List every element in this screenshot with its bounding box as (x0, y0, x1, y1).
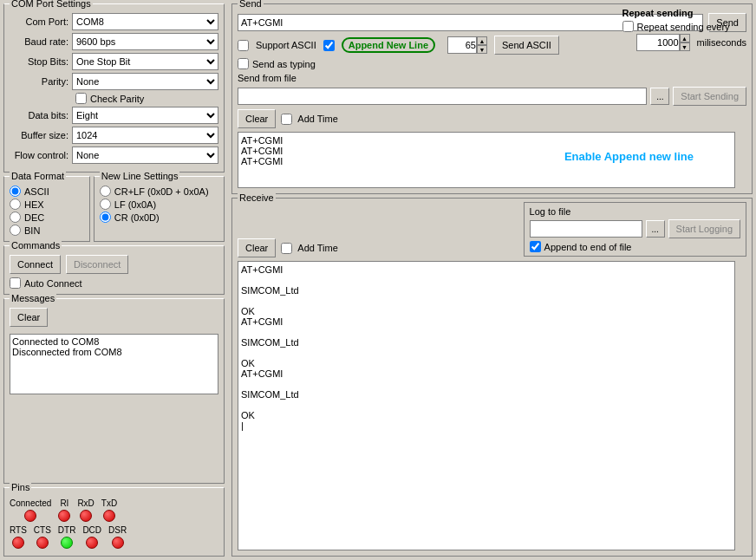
repeat-every-label: Repeat sending every (637, 22, 730, 32)
dec-label: DEC (24, 212, 44, 223)
auto-connect-label: Auto Connect (24, 278, 82, 289)
disconnect-button[interactable]: Disconnect (66, 255, 128, 274)
pin-connected-label: Connected (10, 498, 51, 508)
pin-ri-led (58, 510, 70, 522)
com-port-select[interactable]: COM8 (72, 13, 218, 30)
recv-line-15: OK (241, 410, 743, 420)
receive-add-time-checkbox[interactable] (281, 243, 292, 254)
check-parity-label: Check Parity (90, 94, 144, 104)
message-line-1: Connected to COM8 (12, 336, 216, 347)
repeat-sending-group: Repeat sending Repeat sending every ▲ ▼ … (622, 8, 746, 51)
messages-title: Messages (10, 293, 56, 303)
pin-cts-led (36, 537, 49, 549)
recv-line-1: AT+CGMI (241, 264, 743, 275)
recv-line-4 (241, 296, 743, 306)
baud-rate-select[interactable]: 9600 bps (72, 33, 218, 50)
send-scrollbar[interactable] (734, 132, 746, 188)
send-clear-button[interactable]: Clear (238, 109, 276, 128)
pin-rxd-led (80, 510, 92, 522)
recv-line-16: | (241, 420, 743, 431)
data-bits-label: Data bits: (10, 110, 72, 120)
pin-rxd-label: RxD (77, 498, 94, 508)
send-add-time-label: Add Time (297, 114, 337, 124)
hex-radio[interactable] (10, 199, 21, 210)
ascii-num-input[interactable] (447, 36, 477, 54)
com-port-label: Com Port: (10, 16, 72, 27)
ascii-num-down[interactable]: ▼ (477, 45, 487, 54)
ascii-radio[interactable] (10, 186, 21, 197)
baud-rate-label: Baud rate: (10, 36, 72, 47)
start-sending-button[interactable]: Start Sending (673, 87, 746, 106)
recv-line-5: OK (241, 306, 743, 316)
stop-bits-label: Stop Bits: (10, 56, 72, 67)
recv-line-14 (241, 400, 743, 410)
pin-rts-label: RTS (10, 525, 27, 535)
send-line-2: AT+CGMI (241, 146, 743, 156)
send-add-time-checkbox[interactable] (281, 114, 292, 125)
recv-line-10: OK (241, 358, 743, 368)
buffer-size-label: Buffer size: (10, 130, 72, 140)
stop-bits-select[interactable]: One Stop Bit (72, 53, 218, 70)
append-new-line-label: Append New Line (342, 37, 435, 53)
send-file-path (238, 88, 647, 105)
data-format-title: Data Format (10, 171, 66, 181)
append-to-end-checkbox[interactable] (530, 241, 541, 252)
crlf-radio[interactable] (100, 186, 111, 197)
receive-scrollbar[interactable] (734, 261, 746, 550)
send-area: AT+CGMI AT+CGMI AT+CGMI Enable Append ne… (238, 132, 746, 188)
send-line-1: AT+CGMI (241, 135, 743, 146)
pin-txd-label: TxD (101, 498, 117, 508)
lf-radio[interactable] (100, 199, 111, 210)
data-bits-select[interactable]: Eight (72, 107, 218, 124)
append-new-line-checkbox[interactable] (323, 40, 335, 51)
millis-label: miliseconds (697, 37, 746, 48)
send-file-browse-button[interactable]: ... (650, 88, 669, 105)
parity-label: Parity: (10, 76, 72, 87)
millis-down-btn[interactable]: ▼ (680, 42, 690, 51)
append-to-end-label: Append to end of file (544, 242, 632, 252)
repeat-sending-title: Repeat sending (622, 8, 694, 18)
support-ascii-checkbox[interactable] (238, 40, 249, 51)
pins-title: Pins (10, 482, 31, 492)
auto-connect-checkbox[interactable] (10, 277, 21, 289)
commands-title: Commands (10, 240, 62, 251)
receive-clear-button[interactable]: Clear (238, 238, 276, 257)
send-as-typing-label: Send as typing (252, 59, 316, 69)
pin-dtr-led (61, 537, 73, 549)
messages-clear-button[interactable]: Clear (10, 308, 48, 327)
parity-select[interactable]: None (72, 73, 218, 90)
pin-rts-led (12, 537, 24, 549)
pin-connected-led (24, 510, 36, 522)
cr-radio[interactable] (100, 212, 111, 223)
buffer-size-select[interactable]: 1024 (72, 127, 218, 144)
repeat-sending-checkbox[interactable] (622, 21, 634, 32)
messages-area: Connected to COM8 Disconnected from COM8 (10, 334, 218, 394)
new-line-settings-title: New Line Settings (100, 171, 180, 181)
recv-line-3: SIMCOM_Ltd (241, 285, 743, 296)
recv-line-2 (241, 275, 743, 285)
start-logging-button[interactable]: Start Logging (668, 219, 740, 238)
recv-line-6: AT+CGMI (241, 316, 743, 327)
receive-add-time-label: Add Time (297, 243, 337, 253)
connect-button[interactable]: Connect (10, 255, 61, 274)
recv-line-11: AT+CGMI (241, 368, 743, 379)
flow-control-label: Flow control: (10, 150, 72, 160)
pin-dcd-label: DCD (82, 525, 101, 535)
log-file-browse-button[interactable]: ... (646, 220, 665, 238)
millis-up-btn[interactable]: ▲ (680, 34, 690, 42)
millis-input[interactable] (636, 34, 680, 51)
pin-cts-label: CTS (34, 525, 51, 535)
pin-dcd-led (86, 537, 98, 549)
com-port-settings-title: COM Port Settings (10, 0, 93, 9)
recv-line-9 (241, 348, 743, 358)
bin-radio[interactable] (10, 225, 21, 236)
ascii-num-up[interactable]: ▲ (477, 36, 487, 45)
send-as-typing-checkbox[interactable] (238, 58, 249, 69)
dec-radio[interactable] (10, 212, 21, 223)
pin-dtr-label: DTR (58, 525, 76, 535)
flow-control-select[interactable]: None (72, 147, 218, 164)
recv-line-12 (241, 379, 743, 389)
send-from-file-label: Send from file (238, 73, 297, 83)
send-ascii-button[interactable]: Send ASCII (494, 36, 559, 55)
check-parity-checkbox[interactable] (75, 93, 87, 104)
